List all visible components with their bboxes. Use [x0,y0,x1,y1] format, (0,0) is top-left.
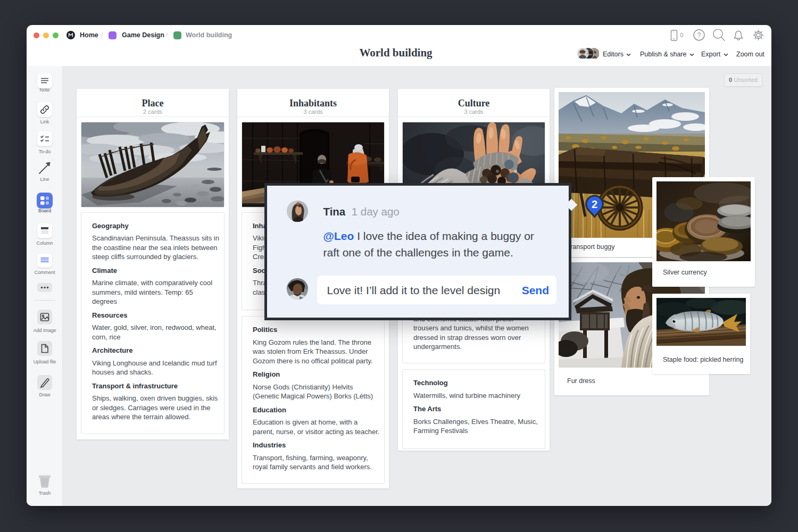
svg-text:?: ? [697,31,701,39]
svg-text:0: 0 [680,32,684,38]
svg-text:2: 2 [592,198,597,210]
